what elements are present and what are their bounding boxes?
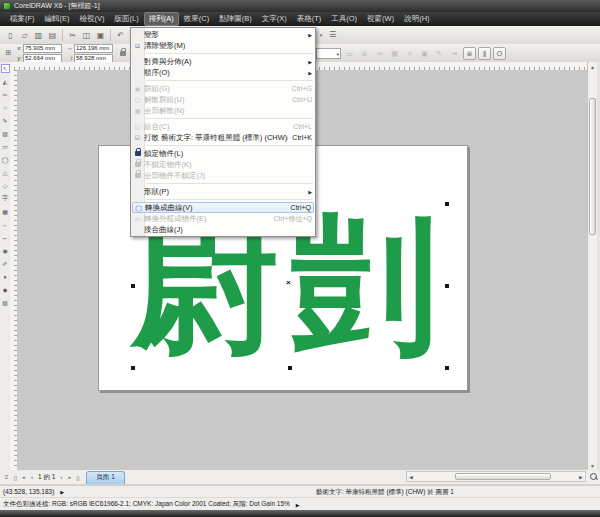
menu-item-break-apart[interactable]: ☑ 打散 藝術文字: 華康特粗黑體 (標準) (CHW)(B) Ctrl+K (131, 132, 315, 143)
selection-handle-middle-right[interactable] (445, 284, 449, 288)
paste-button[interactable]: ▣ (94, 29, 107, 42)
zoom-navigator-icon[interactable] (589, 472, 598, 481)
window-title: CorelDRAW X6 - [無標題-1] (14, 1, 100, 11)
ellipse-tool[interactable]: ◯ (1, 155, 10, 164)
group-icon: ▣ (131, 85, 144, 92)
menu-separator (146, 53, 313, 54)
print-button[interactable]: ▤ (46, 29, 59, 42)
basic-shapes-tool[interactable]: ◇ (1, 181, 10, 190)
menu-effects[interactable]: 效果(C) (179, 12, 214, 26)
lock-ratio-icon[interactable] (120, 51, 126, 56)
x-position-field[interactable]: 75.905 mm (23, 44, 62, 53)
fill-tool[interactable]: ◆ (1, 285, 10, 294)
selection-handle-top-right[interactable] (445, 202, 449, 206)
text-tool[interactable]: 字 (1, 194, 10, 203)
previous-page-icon[interactable]: ‹ (28, 472, 36, 482)
profile-expander-icon[interactable]: ▶ (296, 502, 300, 508)
menu-text[interactable]: 文字(X) (257, 12, 292, 26)
table-tool[interactable]: ▦ (1, 207, 10, 216)
ungroup-all-icon: ▦ (131, 107, 144, 114)
status-expander-icon[interactable]: ▶ (60, 489, 64, 495)
vertical-text-button[interactable]: ⫼ (478, 47, 491, 60)
menu-arrange[interactable]: 排列(A) (144, 12, 179, 26)
edit-text-button: ✎ (433, 47, 446, 60)
rectangle-tool[interactable]: ▭ (1, 142, 10, 151)
polygon-tool[interactable]: △ (1, 168, 10, 177)
menu-item-align-distribute[interactable]: 對齊與分佈(A) ▶ (131, 56, 315, 67)
menu-item-convert-outline-to-object: ▭ 轉換外框成物件(E) Ctrl+移位+Q (131, 213, 315, 224)
convert-outline-icon: ▭ (131, 215, 144, 222)
height-icon: ↕ (67, 55, 73, 61)
menu-table[interactable]: 表格(T) (292, 12, 327, 26)
add-page-icon[interactable]: ▯ (11, 472, 20, 482)
last-page-icon[interactable]: » (65, 472, 73, 482)
selection-handle-bottom-left[interactable] (131, 366, 135, 370)
color-profile-bar: 文件色彩描述檔: RGB: sRGB IEC61966-2.1; CMYK: J… (0, 497, 600, 511)
selection-handle-middle-left[interactable] (131, 284, 135, 288)
horizontal-text-button[interactable]: ≣ (463, 47, 476, 60)
combine-icon: ◱ (131, 123, 144, 130)
scroll-left-icon[interactable]: ◀ (407, 472, 415, 481)
menu-window[interactable]: 視窗(W) (362, 12, 399, 26)
menu-file[interactable]: 檔案(F) (5, 12, 40, 26)
menu-layout[interactable]: 版面(L) (110, 12, 144, 26)
cut-button[interactable]: ✂ (66, 29, 79, 42)
selection-handle-bottom-right[interactable] (445, 366, 449, 370)
page-tab[interactable]: 頁面 1 (86, 471, 124, 484)
horizontal-scrollbar-thumb[interactable] (455, 473, 551, 480)
menu-item-lock-object[interactable]: 鎖定物件(L) (131, 148, 315, 159)
connector-tool[interactable]: ⌐ (1, 233, 10, 242)
menu-item-shaping[interactable]: 形狀(P) ▶ (131, 186, 315, 197)
pick-tool[interactable]: ↖ (1, 64, 10, 73)
next-page-icon[interactable]: › (57, 472, 65, 482)
menu-separator (146, 183, 313, 184)
vertical-scrollbar-thumb[interactable] (589, 98, 596, 235)
blend-tool[interactable]: ◉ (1, 246, 10, 255)
scroll-up-icon[interactable]: ▲ (588, 62, 597, 71)
flyout-icon[interactable]: ≡ (2, 472, 11, 482)
selection-handle-bottom-middle[interactable] (288, 366, 292, 370)
menu-separator (146, 118, 313, 119)
menu-help[interactable]: 說明(H) (399, 12, 434, 26)
menu-item-order[interactable]: 順序(O) ▶ (131, 67, 315, 78)
menu-item-transformations[interactable]: 變形 ▶ (131, 29, 315, 40)
open-button[interactable]: ▱ (18, 29, 31, 42)
menu-bitmaps[interactable]: 點陣圖(B) (214, 12, 257, 26)
vertical-scrollbar[interactable]: ▲ ▼ (587, 62, 597, 470)
menu-item-join-curves[interactable]: 接合曲線(J) (131, 224, 315, 235)
menu-item-convert-to-curves[interactable]: ◯ 轉換成曲線(V) Ctrl+Q (132, 202, 314, 213)
smart-fill-tool[interactable]: ▨ (1, 129, 10, 138)
dimension-tool[interactable]: ↔ (1, 220, 10, 229)
scroll-down-icon[interactable]: ▼ (588, 461, 597, 470)
menu-edit[interactable]: 編輯(E) (40, 12, 75, 26)
outline-pen-tool[interactable]: ♦ (1, 272, 10, 281)
eyedropper-tool[interactable]: ✐ (1, 259, 10, 268)
save-button[interactable]: ▥ (32, 29, 45, 42)
interactive-fill-tool[interactable]: ▧ (1, 298, 10, 307)
add-page-icon[interactable]: ▯ (73, 472, 82, 482)
undo-button[interactable]: ↶ (114, 29, 127, 42)
convert-to-curves-icon: ◯ (132, 204, 145, 211)
zoom-tool[interactable]: ○ (1, 103, 10, 112)
crop-tool[interactable]: ✂ (1, 90, 10, 99)
launcher-dropdown-icon[interactable]: ▾ (318, 28, 324, 41)
menu-view[interactable]: 檢視(V) (75, 12, 110, 26)
opentype-button[interactable]: O (493, 47, 506, 60)
snap-to-icon[interactable]: ☰ (326, 28, 339, 41)
freehand-tool[interactable]: ✎ (1, 116, 10, 125)
first-page-icon[interactable]: « (20, 472, 28, 482)
selected-object-info: 藝術文字: 華康特粗黑體 (標準) (CHW) 於 圖層 1 (316, 488, 454, 497)
menu-item-ungroup: ▢ 解散群組(U) Ctrl+U (131, 94, 315, 105)
copy-button[interactable]: ◫ (80, 29, 93, 42)
menu-item-clear-transformations[interactable]: ⊡ 清除變形(M) (131, 40, 315, 51)
scroll-right-icon[interactable]: ▶ (577, 472, 585, 481)
shape-tool[interactable]: ◭ (1, 77, 10, 86)
menu-tools[interactable]: 工具(O) (326, 12, 362, 26)
object-width-field[interactable]: 126.196 mm (74, 44, 113, 53)
horizontal-scrollbar[interactable]: ◀ ▶ (406, 471, 586, 482)
scale-combo[interactable]: ▾ (316, 48, 341, 59)
new-document-button[interactable]: ▯ (4, 29, 17, 42)
italic-button: ≣ (358, 47, 371, 60)
selection-center-marker[interactable]: × (286, 279, 291, 287)
color-profile-info: 文件色彩描述檔: RGB: sRGB IEC61966-2.1; CMYK: J… (3, 500, 290, 509)
